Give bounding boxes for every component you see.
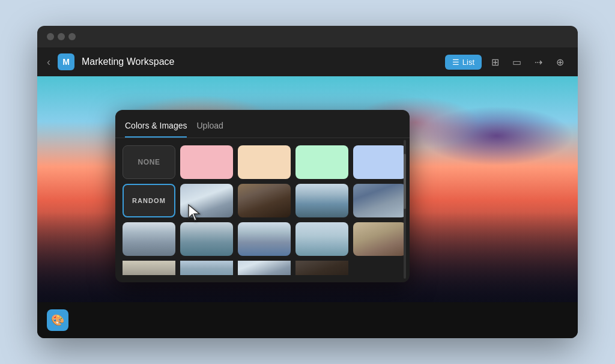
- photo-thumbnail-2[interactable]: [238, 184, 291, 217]
- toolbar-right: ☰ List ⊞ ▭ ⇢ ⊕: [445, 53, 568, 70]
- app-content: ‹ M Marketing Workspace ☰ List ⊞ ▭ ⇢ ⊕ C…: [37, 47, 578, 338]
- grid-row-2: RANDOM: [123, 184, 402, 217]
- hero-area: Colors & Images Upload NONE RANDOM: [37, 76, 578, 302]
- color-swatch-peach[interactable]: [238, 145, 291, 179]
- browser-window: ‹ M Marketing Workspace ☰ List ⊞ ▭ ⇢ ⊕ C…: [37, 26, 578, 338]
- list-label: List: [462, 58, 474, 67]
- grid-row-1: NONE: [123, 145, 402, 179]
- tab-upload[interactable]: Upload: [196, 117, 223, 138]
- top-bar: ‹ M Marketing Workspace ☰ List ⊞ ▭ ⇢ ⊕: [37, 47, 578, 76]
- colors-images-popup: Colors & Images Upload NONE RANDOM: [115, 110, 410, 282]
- traffic-dot-expand[interactable]: [68, 33, 76, 40]
- grid-row-3: [123, 222, 402, 256]
- traffic-dot-close[interactable]: [47, 33, 54, 40]
- palette-icon: 🎨: [51, 314, 64, 327]
- palette-button[interactable]: 🎨: [47, 309, 68, 331]
- photo-thumbnail-8[interactable]: [295, 222, 348, 256]
- popup-scrollbar-thumb: [404, 154, 406, 209]
- popup-scrollbar[interactable]: [404, 140, 406, 279]
- popup-tabs: Colors & Images Upload: [115, 110, 410, 138]
- tab-colors-images[interactable]: Colors & Images: [125, 117, 187, 138]
- photo-thumbnail-3[interactable]: [295, 184, 348, 217]
- workspace-icon: M: [58, 53, 74, 70]
- color-swatch-mint[interactable]: [295, 145, 348, 179]
- traffic-lights: [47, 33, 76, 40]
- traffic-dot-minimize[interactable]: [58, 33, 65, 40]
- photo-thumbnail-12[interactable]: [238, 261, 291, 275]
- browser-chrome: [37, 26, 578, 47]
- columns-view-icon[interactable]: ⊞: [486, 53, 503, 70]
- photo-thumbnail-9[interactable]: [353, 222, 406, 256]
- back-button[interactable]: ‹: [47, 56, 50, 68]
- list-icon: ☰: [452, 58, 459, 67]
- panel-icon[interactable]: ▭: [508, 53, 525, 70]
- grid-row-4: [123, 261, 402, 275]
- bottom-bar: 🎨: [37, 302, 578, 338]
- photo-thumbnail-11[interactable]: [180, 261, 233, 275]
- share-icon[interactable]: ⇢: [530, 53, 547, 70]
- list-view-button[interactable]: ☰ List: [445, 55, 482, 70]
- workspace-title: Marketing Workspace: [82, 56, 438, 67]
- none-option[interactable]: NONE: [123, 145, 175, 179]
- photo-thumbnail-10[interactable]: [123, 261, 175, 275]
- photo-thumbnail-7[interactable]: [238, 222, 291, 256]
- photo-thumbnail-4[interactable]: [353, 184, 406, 217]
- color-swatch-lavender[interactable]: [353, 145, 406, 179]
- tree-icon[interactable]: ⊕: [551, 53, 568, 70]
- photo-thumbnail-5[interactable]: [123, 222, 175, 256]
- photo-thumbnail-6[interactable]: [180, 222, 233, 256]
- photo-thumbnail-1[interactable]: [180, 184, 233, 217]
- photo-thumbnail-13[interactable]: [295, 261, 348, 275]
- random-option[interactable]: RANDOM: [123, 184, 175, 217]
- color-swatch-pink[interactable]: [180, 145, 233, 179]
- popup-grid-area: NONE RANDOM: [115, 138, 410, 282]
